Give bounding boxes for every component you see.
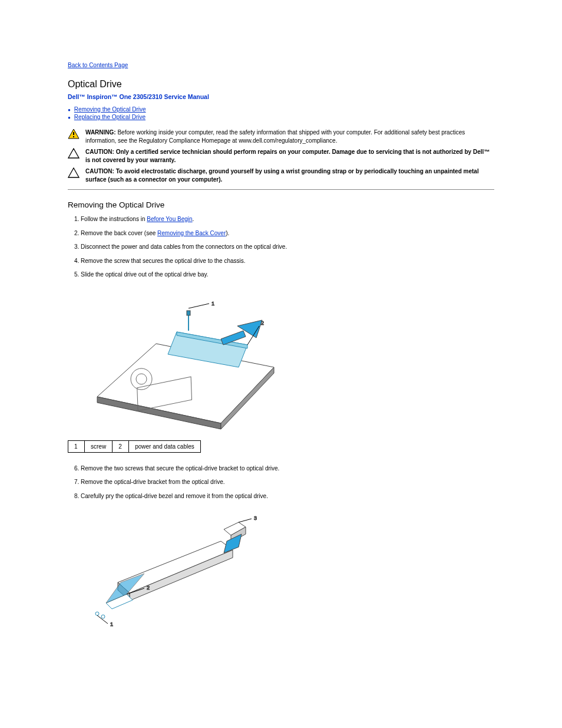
svg-point-8 [131, 368, 152, 390]
legend-num: 1 [68, 440, 85, 452]
toc-link-replacing[interactable]: Replacing the Optical Drive [74, 114, 146, 120]
caution-body-1: CAUTION: Only a certified service techni… [85, 148, 494, 164]
svg-line-27 [239, 519, 252, 522]
step-link-before-you-begin[interactable]: Before You Begin [147, 216, 192, 222]
list-item: Replacing the Optical Drive [68, 114, 494, 120]
legend-num: 2 [113, 440, 129, 452]
figure-optical-drive: 3 2 1 [85, 512, 494, 631]
step-link-back-cover[interactable]: Removing the Back Cover [157, 230, 226, 236]
svg-rect-1 [73, 132, 74, 135]
step-item: Remove the screw that secures the optica… [81, 257, 494, 265]
step-item: Remove the back cover (see Removing the … [81, 229, 494, 238]
legend-text: screw [85, 440, 113, 452]
svg-rect-10 [137, 377, 192, 411]
warning-icon [68, 129, 83, 139]
step-item: Disconnect the power and data cables fro… [81, 243, 494, 251]
svg-rect-16 [187, 311, 190, 315]
caution-notice-1: CAUTION: Only a certified service techni… [68, 148, 494, 164]
step-text: . [193, 216, 194, 222]
step-item: Remove the two screws that secure the op… [81, 465, 494, 473]
step-item: Carefully pry the optical-drive bezel an… [81, 492, 494, 500]
step-text: Remove the optical-drive bracket from th… [81, 479, 225, 485]
svg-text:2: 2 [147, 585, 150, 591]
svg-marker-21 [118, 541, 233, 593]
svg-point-34 [101, 615, 105, 618]
svg-marker-6 [97, 397, 221, 429]
step-text: ). [226, 230, 229, 236]
svg-text:1: 1 [211, 301, 214, 307]
caution-text-1: Only a certified service technician shou… [85, 149, 490, 163]
svg-point-9 [136, 374, 147, 384]
svg-text:3: 3 [254, 515, 257, 521]
warning-body: WARNING: Before working inside your comp… [85, 129, 494, 144]
step-item: Slide the optical drive out of the optic… [81, 271, 494, 279]
step-text: Slide the optical drive out of the optic… [81, 271, 209, 278]
step-text: Remove the screw that secures the optica… [81, 258, 246, 264]
legend-text: power and data cables [129, 440, 201, 452]
list-item: Removing the Optical Drive [68, 106, 494, 113]
step-text: Disconnect the power and data cables fro… [81, 243, 287, 250]
steps-list-a: Follow the instructions in Before You Be… [68, 215, 494, 279]
divider [68, 189, 494, 190]
svg-point-33 [95, 612, 99, 615]
svg-text:2: 2 [261, 320, 264, 326]
step-text: Remove the back cover (see [81, 230, 157, 236]
caution-body-2: CAUTION: To avoid electrostatic discharg… [85, 167, 494, 183]
caution-label-2: CAUTION: [85, 168, 114, 174]
svg-line-35 [97, 615, 108, 624]
svg-line-17 [189, 304, 209, 308]
warning-text: Before working inside your computer, rea… [85, 129, 465, 144]
caution-icon [68, 167, 83, 178]
step-text: Carefully pry the optical-drive bezel an… [81, 493, 268, 499]
page-title: Optical Drive [68, 79, 494, 90]
step-text: Follow the instructions in [81, 216, 147, 222]
svg-marker-7 [221, 367, 274, 429]
step-item: Remove the optical-drive bracket from th… [81, 478, 494, 486]
toc-bullets: Removing the Optical Drive Replacing the… [68, 106, 494, 120]
svg-marker-4 [68, 168, 79, 177]
manual-subtitle: Dell™ Inspiron™ One 2305/2310 Service Ma… [68, 93, 494, 100]
svg-text:1: 1 [110, 621, 113, 627]
svg-rect-2 [73, 136, 74, 137]
step-item: Follow the instructions in Before You Be… [81, 215, 494, 223]
caution-label-1: CAUTION: [85, 149, 114, 155]
back-to-contents-link[interactable]: Back to Contents Page [68, 62, 128, 68]
steps-list-b: Remove the two screws that secure the op… [68, 465, 494, 500]
warning-label: WARNING: [85, 129, 116, 136]
caution-icon [68, 148, 83, 159]
section-heading: Removing the Optical Drive [68, 200, 494, 209]
table-row: 1 screw 2 power and data cables [68, 440, 201, 452]
caution-notice-2: CAUTION: To avoid electrostatic discharg… [68, 167, 494, 183]
legend-table-1: 1 screw 2 power and data cables [68, 440, 201, 453]
svg-marker-3 [68, 149, 79, 158]
toc-link-removing[interactable]: Removing the Optical Drive [74, 106, 146, 113]
caution-text-2: To avoid electrostatic discharge, ground… [85, 168, 479, 183]
warning-notice: WARNING: Before working inside your comp… [68, 129, 494, 144]
step-text: Remove the two screws that secure the op… [81, 465, 279, 472]
figure-chassis: 1 2 [85, 291, 494, 433]
